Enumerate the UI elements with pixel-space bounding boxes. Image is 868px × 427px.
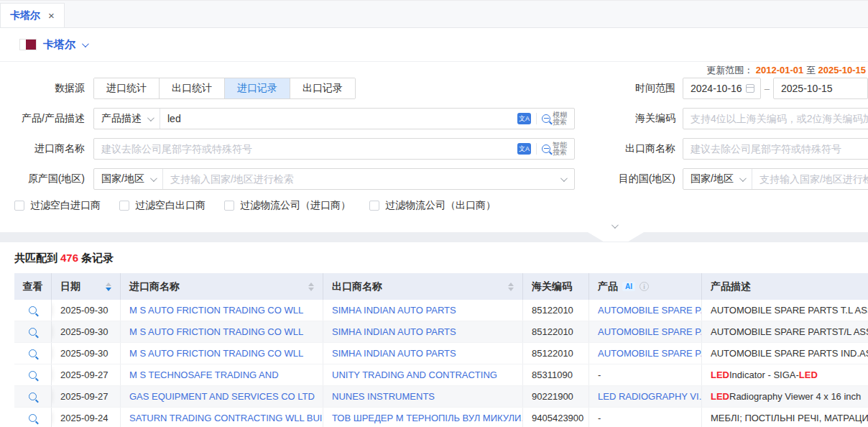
update-range-to: 至: [806, 65, 816, 75]
cell-hs-code: 90221900: [523, 386, 589, 407]
cell-product: -: [589, 364, 702, 385]
country-name[interactable]: 卡塔尔: [43, 38, 75, 52]
table-body: 2025-09-30M S AUTO FRICTION TRADING CO W…: [14, 300, 868, 427]
destination-country-select[interactable]: 国家/地区: [683, 169, 752, 189]
cell-date: 2025-09-27: [52, 386, 121, 407]
datasource-option[interactable]: 出口记录: [290, 78, 355, 98]
origin-country-select[interactable]: 国家/地区: [94, 169, 163, 189]
cell-view: [14, 364, 52, 385]
cell-product[interactable]: LED RADIOGRAPHY VI...: [589, 386, 702, 407]
results-suffix: 条记录: [81, 252, 114, 264]
datasource-option[interactable]: 出口统计: [159, 78, 224, 98]
cell-importer[interactable]: SATURN TRADING CONTRACTING WLL BUI...: [121, 408, 323, 427]
tab-label: 卡塔尔: [10, 9, 40, 22]
sort-icon-exporter[interactable]: [508, 283, 514, 291]
col-product-label: 产品: [598, 280, 618, 293]
view-record-icon[interactable]: [29, 414, 37, 422]
chevron-down-icon[interactable]: [560, 175, 568, 182]
filter-checkbox[interactable]: 过滤空白进口商: [14, 199, 101, 212]
filter-checkbox[interactable]: 过滤物流公司（出口商）: [369, 199, 496, 212]
translate-icon[interactable]: [517, 143, 531, 155]
cell-product[interactable]: AUTOMOBILE SPARE P...: [589, 321, 702, 342]
table-row: 2025-09-30M S AUTO FRICTION TRADING CO W…: [14, 343, 868, 364]
col-importer[interactable]: 进口商名称: [121, 273, 323, 300]
cell-description: LED Radiography Viewer 4 x 16 inch: [702, 386, 868, 407]
cell-exporter[interactable]: UNITY TRADING AND CONTRACTING: [323, 364, 523, 385]
date-start-input[interactable]: 2024-10-16: [683, 78, 761, 99]
hs-code-input[interactable]: [683, 108, 868, 129]
product-type-select[interactable]: 产品描述: [94, 109, 160, 129]
filter-checkbox[interactable]: 过滤物流公司（进口商）: [224, 199, 351, 212]
cell-product[interactable]: AUTOMOBILE SPARE P...: [589, 343, 702, 364]
cell-importer[interactable]: M S AUTO FRICTION TRADING CO WLL: [121, 343, 323, 364]
fuzzy-search-icon[interactable]: [542, 114, 550, 123]
chevron-down-icon: [739, 175, 747, 182]
cell-hs-code: 85122010: [523, 300, 589, 321]
checkbox-box[interactable]: [224, 201, 234, 211]
checkbox-label: 过滤物流公司（进口商）: [240, 199, 351, 212]
cell-exporter[interactable]: SIMHA INDIAN AUTO PARTS: [323, 321, 523, 342]
view-record-icon[interactable]: [29, 306, 37, 314]
divider: [536, 143, 537, 155]
checkbox-box[interactable]: [14, 201, 24, 211]
fuzzy-search-label[interactable]: 模糊搜索: [553, 111, 570, 126]
cell-date: 2025-09-30: [52, 321, 121, 342]
origin-country-input[interactable]: [163, 169, 560, 189]
tab-qatar[interactable]: 卡塔尔: [0, 3, 65, 27]
col-exporter[interactable]: 出口商名称: [323, 273, 523, 300]
sort-icon-importer[interactable]: [308, 283, 314, 291]
date-end-input[interactable]: 2025-10-15: [773, 78, 868, 99]
qatar-flag-icon: [19, 39, 37, 50]
table-row: 2025-09-30M S AUTO FRICTION TRADING CO W…: [14, 321, 868, 343]
destination-country-input[interactable]: [752, 169, 868, 189]
exporter-label: 出口商名称: [575, 142, 683, 155]
cell-description: LED Indicator - SIGA-LED: [702, 364, 868, 385]
col-view: 查看: [14, 273, 52, 300]
date-separator: –: [765, 83, 770, 94]
cell-date: 2025-09-24: [52, 408, 121, 427]
product-search-input[interactable]: [160, 109, 517, 129]
cell-exporter[interactable]: ТОВ ШРЕДЕР М ТЕРНОПІЛЬ ВУЛ МИКУЛИ...: [323, 408, 523, 427]
filter-checkbox[interactable]: 过滤空白出口商: [119, 199, 206, 212]
col-hs-code: 海关编码: [523, 273, 589, 300]
view-record-icon[interactable]: [29, 328, 37, 336]
view-record-icon[interactable]: [29, 371, 37, 379]
cell-importer[interactable]: M S AUTO FRICTION TRADING CO WLL: [121, 321, 323, 342]
datasource-option[interactable]: 进口记录: [224, 78, 290, 98]
smart-search-label[interactable]: 智能搜索: [553, 142, 570, 156]
cell-product: -: [589, 408, 702, 427]
col-date[interactable]: 日期: [52, 273, 121, 300]
checkbox-label: 过滤空白出口商: [135, 199, 206, 212]
filter-row-datasource: 数据源 进口统计出口统计进口记录出口记录 时间范围 2024-10-16 – 2…: [0, 78, 868, 99]
chevron-down-icon[interactable]: [82, 40, 89, 47]
cell-importer[interactable]: M S TECHNOSAFE TRADING AND: [121, 364, 323, 385]
datasource-option[interactable]: 进口统计: [94, 78, 159, 98]
sort-icon-date[interactable]: [106, 283, 111, 291]
exporter-name-input[interactable]: [683, 138, 868, 160]
update-range-start: 2012-01-01: [756, 65, 804, 75]
cell-importer[interactable]: M S AUTO FRICTION TRADING CO WLL: [121, 300, 323, 321]
cell-hs-code: 85311090: [523, 364, 589, 385]
checkbox-box[interactable]: [119, 201, 129, 211]
cell-product[interactable]: AUTOMOBILE SPARE P...: [589, 300, 702, 321]
cell-exporter[interactable]: SIMHA INDIAN AUTO PARTS: [323, 300, 523, 321]
cell-exporter[interactable]: NUNES INSTRUMENTS: [323, 386, 523, 407]
cell-importer[interactable]: GAS EQUIPMENT AND SERVICES CO LTD: [121, 386, 323, 407]
close-icon[interactable]: [48, 10, 55, 21]
collapse-chevron-icon[interactable]: [611, 221, 619, 229]
cell-date: 2025-09-27: [52, 364, 121, 385]
importer-name-input[interactable]: [94, 139, 517, 159]
origin-select-value: 国家/地区: [101, 173, 144, 185]
cell-description: AUTOMOBILE SPARE PARTS T.L ASSY ...: [702, 300, 868, 321]
cell-exporter[interactable]: SIMHA INDIAN AUTO PARTS: [323, 343, 523, 364]
collapse-button[interactable]: [588, 232, 644, 242]
view-record-icon[interactable]: [29, 392, 37, 400]
view-record-icon[interactable]: [29, 349, 37, 357]
checkbox-box[interactable]: [369, 201, 379, 211]
info-icon[interactable]: [640, 282, 649, 291]
smart-search-icon[interactable]: [542, 144, 550, 153]
filter-row-origin: 原产国(地区) 国家/地区 目的国(地区) 国家/地区: [0, 168, 868, 190]
checkbox-label: 过滤物流公司（出口商）: [385, 199, 496, 212]
col-date-label: 日期: [60, 280, 80, 293]
translate-icon[interactable]: [517, 113, 531, 124]
